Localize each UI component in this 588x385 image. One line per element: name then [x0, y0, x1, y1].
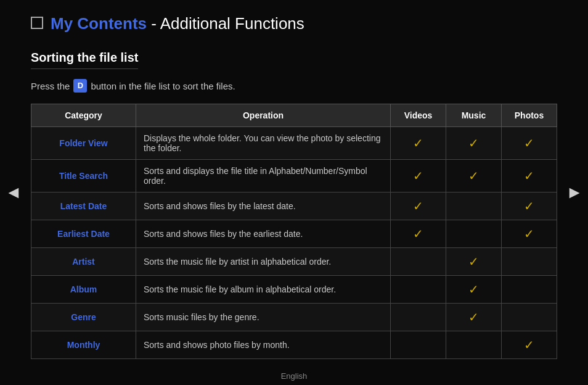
description-cell: Displays the whole folder. You can view … [136, 127, 391, 160]
col-header-operation: Operation [136, 104, 391, 127]
music-check-cell: ✓ [446, 127, 502, 160]
table-row: Folder ViewDisplays the whole folder. Yo… [31, 127, 557, 160]
category-cell: Latest Date [31, 192, 136, 220]
checkmark-icon: ✓ [413, 136, 423, 150]
videos-check-cell: ✓ [391, 160, 446, 192]
photos-check-cell: ✓ [502, 220, 557, 248]
photos-check-cell: ✓ [502, 127, 557, 160]
music-check-cell [446, 331, 502, 359]
videos-check-cell: ✓ [391, 127, 446, 160]
checkmark-icon: ✓ [413, 227, 423, 241]
checkmark-icon: ✓ [524, 169, 534, 183]
table-row: ArtistSorts the music file by artist in … [31, 248, 557, 276]
checkmark-icon: ✓ [413, 199, 423, 213]
description-cell: Sorts the music file by album in alphabe… [136, 276, 391, 304]
videos-check-cell [391, 248, 446, 276]
photos-check-cell: ✓ [502, 160, 557, 192]
col-header-category: Category [31, 104, 136, 127]
photos-check-cell [502, 304, 557, 331]
table-row: GenreSorts music files by the genre.✓ [31, 304, 557, 331]
table-row: Title SearchSorts and displays the file … [31, 160, 557, 192]
checkbox-icon [31, 17, 43, 29]
videos-check-cell [391, 304, 446, 331]
music-check-cell: ✓ [446, 160, 502, 192]
videos-check-cell [391, 331, 446, 359]
music-check-cell: ✓ [446, 276, 502, 304]
category-cell: Artist [31, 248, 136, 276]
checkmark-icon: ✓ [524, 136, 534, 150]
music-check-cell [446, 220, 502, 248]
category-cell: Monthly [31, 331, 136, 359]
table-row: AlbumSorts the music file by album in al… [31, 276, 557, 304]
videos-check-cell: ✓ [391, 192, 446, 220]
description-cell: Sorts and displays the file title in Alp… [136, 160, 391, 192]
category-cell: Album [31, 276, 136, 304]
checkmark-icon: ✓ [413, 169, 423, 183]
checkmark-icon: ✓ [524, 227, 534, 241]
col-header-videos: Videos [391, 104, 446, 127]
music-check-cell: ✓ [446, 304, 502, 331]
checkmark-icon: ✓ [468, 169, 479, 183]
videos-check-cell: ✓ [391, 220, 446, 248]
nav-arrow-left[interactable]: ◄ [5, 183, 22, 202]
checkmark-icon: ✓ [468, 136, 479, 150]
additional-functions-label: - Additional Functions [147, 14, 304, 33]
description-cell: Sorts music files by the genre. [136, 304, 391, 331]
checkmark-icon: ✓ [524, 199, 534, 213]
table-row: Earliest DateSorts and shows files by th… [31, 220, 557, 248]
instruction-suffix: button in the file list to sort the file… [91, 81, 235, 91]
col-header-photos: Photos [502, 104, 557, 127]
checkmark-icon: ✓ [468, 255, 479, 268]
checkmark-icon: ✓ [524, 338, 534, 352]
category-cell: Earliest Date [31, 220, 136, 248]
category-cell: Folder View [31, 127, 136, 160]
checkmark-icon: ✓ [468, 283, 479, 296]
footer-language: English [31, 371, 557, 381]
description-cell: Sorts and shows files by the earliest da… [136, 220, 391, 248]
photos-check-cell [502, 276, 557, 304]
photos-check-cell: ✓ [502, 192, 557, 220]
section-heading: Sorting the file list [31, 51, 138, 69]
category-cell: Title Search [31, 160, 136, 192]
category-cell: Genre [31, 304, 136, 331]
description-cell: Sorts the music file by artist in alphab… [136, 248, 391, 276]
photos-check-cell [502, 248, 557, 276]
my-contents-label: My Contents [51, 14, 147, 33]
instruction-text: Press the D button in the file list to s… [31, 79, 557, 93]
checkmark-icon: ✓ [468, 310, 479, 324]
description-cell: Sorts and shows photo files by month. [136, 331, 391, 359]
page-wrapper: My Contents - Additional Functions Sorti… [0, 0, 588, 385]
page-title-area: My Contents - Additional Functions [31, 9, 557, 33]
sort-options-table: Category Operation Videos Music Photos F… [31, 104, 557, 359]
videos-check-cell [391, 276, 446, 304]
table-row: MonthlySorts and shows photo files by mo… [31, 331, 557, 359]
music-check-cell [446, 192, 502, 220]
instruction-prefix: Press the [31, 81, 70, 91]
description-cell: Sorts and shows files by the latest date… [136, 192, 391, 220]
music-check-cell: ✓ [446, 248, 502, 276]
photos-check-cell: ✓ [502, 331, 557, 359]
col-header-music: Music [446, 104, 502, 127]
page-title: My Contents - Additional Functions [51, 12, 304, 33]
nav-arrow-right[interactable]: ► [566, 183, 583, 202]
table-header-row: Category Operation Videos Music Photos [31, 104, 557, 127]
d-button-icon: D [73, 79, 87, 93]
table-row: Latest DateSorts and shows files by the … [31, 192, 557, 220]
